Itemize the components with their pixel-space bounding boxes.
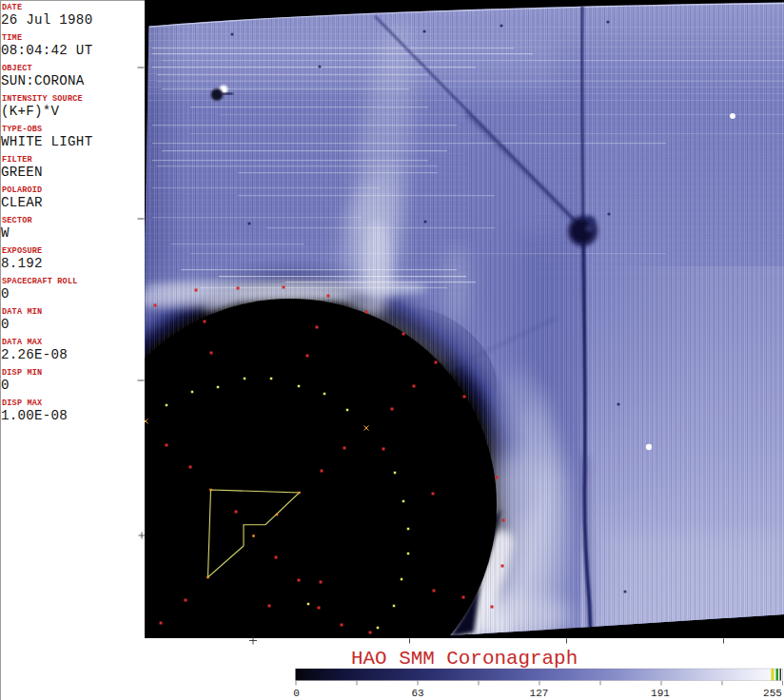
svg-text:HAO SMM Coronagraph: HAO SMM Coronagraph bbox=[351, 648, 578, 670]
svg-text:255: 255 bbox=[763, 688, 782, 699]
svg-text:0: 0 bbox=[293, 688, 300, 699]
svg-text:127: 127 bbox=[530, 688, 549, 699]
svg-text:63: 63 bbox=[411, 688, 423, 699]
svg-text:191: 191 bbox=[651, 688, 670, 699]
